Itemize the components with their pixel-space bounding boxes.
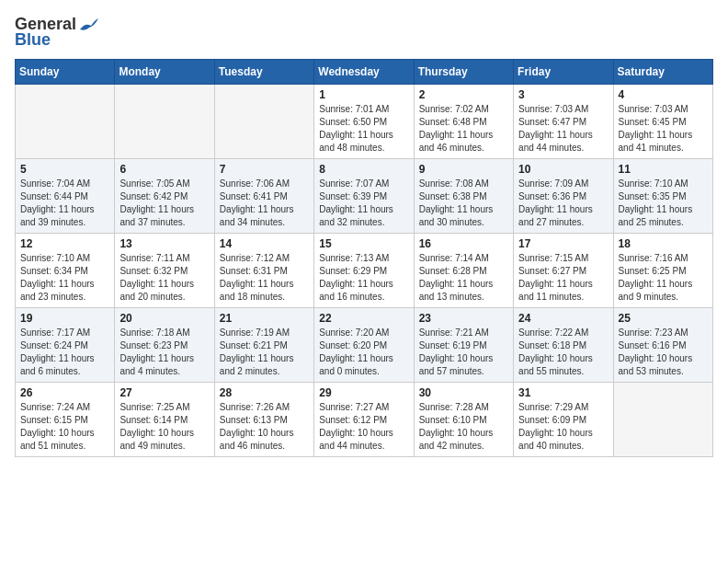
cell-info-text: Sunrise: 7:05 AM Sunset: 6:42 PM Dayligh… <box>119 178 209 229</box>
calendar-cell: 6Sunrise: 7:05 AM Sunset: 6:42 PM Daylig… <box>115 159 214 234</box>
cell-date-number: 16 <box>419 237 508 250</box>
calendar-cell: 21Sunrise: 7:19 AM Sunset: 6:21 PM Dayli… <box>214 308 313 383</box>
calendar-cell <box>214 85 313 159</box>
calendar-week-row: 5Sunrise: 7:04 AM Sunset: 6:44 PM Daylig… <box>16 159 713 234</box>
cell-date-number: 18 <box>619 237 708 250</box>
cell-date-number: 11 <box>619 163 708 176</box>
cell-info-text: Sunrise: 7:28 AM Sunset: 6:10 PM Dayligh… <box>419 401 508 453</box>
cell-date-number: 7 <box>220 163 309 176</box>
calendar-week-row: 26Sunrise: 7:24 AM Sunset: 6:15 PM Dayli… <box>16 383 713 457</box>
cell-info-text: Sunrise: 7:12 AM Sunset: 6:31 PM Dayligh… <box>220 252 309 304</box>
cell-info-text: Sunrise: 7:08 AM Sunset: 6:38 PM Dayligh… <box>419 178 508 229</box>
calendar-cell: 24Sunrise: 7:22 AM Sunset: 6:18 PM Dayli… <box>514 308 613 383</box>
cell-info-text: Sunrise: 7:03 AM Sunset: 6:47 PM Dayligh… <box>518 103 608 155</box>
cell-date-number: 28 <box>220 386 309 399</box>
calendar-cell: 12Sunrise: 7:10 AM Sunset: 6:34 PM Dayli… <box>16 234 115 308</box>
cell-date-number: 17 <box>518 237 608 250</box>
day-header-friday: Friday <box>514 60 613 85</box>
calendar-cell: 4Sunrise: 7:03 AM Sunset: 6:45 PM Daylig… <box>613 85 712 159</box>
day-header-thursday: Thursday <box>414 60 513 85</box>
cell-date-number: 20 <box>119 312 209 325</box>
cell-date-number: 22 <box>319 312 408 325</box>
cell-date-number: 5 <box>20 163 109 176</box>
cell-info-text: Sunrise: 7:23 AM Sunset: 6:16 PM Dayligh… <box>619 327 708 378</box>
cell-date-number: 21 <box>220 312 309 325</box>
cell-date-number: 9 <box>419 163 508 176</box>
calendar-cell: 13Sunrise: 7:11 AM Sunset: 6:32 PM Dayli… <box>115 234 214 308</box>
cell-info-text: Sunrise: 7:20 AM Sunset: 6:20 PM Dayligh… <box>319 327 408 378</box>
calendar-cell: 16Sunrise: 7:14 AM Sunset: 6:28 PM Dayli… <box>414 234 513 308</box>
cell-info-text: Sunrise: 7:11 AM Sunset: 6:32 PM Dayligh… <box>119 252 209 304</box>
calendar-cell: 31Sunrise: 7:29 AM Sunset: 6:09 PM Dayli… <box>514 383 613 457</box>
cell-info-text: Sunrise: 7:16 AM Sunset: 6:25 PM Dayligh… <box>619 252 708 304</box>
cell-info-text: Sunrise: 7:21 AM Sunset: 6:19 PM Dayligh… <box>419 327 508 378</box>
day-header-sunday: Sunday <box>16 60 115 85</box>
cell-date-number: 24 <box>518 312 608 325</box>
header: General Blue <box>15 15 713 50</box>
calendar-cell: 15Sunrise: 7:13 AM Sunset: 6:29 PM Dayli… <box>314 234 414 308</box>
cell-info-text: Sunrise: 7:24 AM Sunset: 6:15 PM Dayligh… <box>20 401 109 453</box>
cell-info-text: Sunrise: 7:01 AM Sunset: 6:50 PM Dayligh… <box>319 103 408 155</box>
cell-date-number: 15 <box>319 237 408 250</box>
calendar-week-row: 1Sunrise: 7:01 AM Sunset: 6:50 PM Daylig… <box>16 85 713 159</box>
calendar-cell: 5Sunrise: 7:04 AM Sunset: 6:44 PM Daylig… <box>16 159 115 234</box>
calendar-cell: 8Sunrise: 7:07 AM Sunset: 6:39 PM Daylig… <box>314 159 414 234</box>
calendar-cell: 26Sunrise: 7:24 AM Sunset: 6:15 PM Dayli… <box>16 383 115 457</box>
cell-date-number: 30 <box>419 386 508 399</box>
cell-date-number: 25 <box>619 312 708 325</box>
day-header-monday: Monday <box>115 60 214 85</box>
cell-date-number: 13 <box>119 237 209 250</box>
calendar-cell: 10Sunrise: 7:09 AM Sunset: 6:36 PM Dayli… <box>514 159 613 234</box>
calendar-cell: 19Sunrise: 7:17 AM Sunset: 6:24 PM Dayli… <box>16 308 115 383</box>
calendar-cell: 1Sunrise: 7:01 AM Sunset: 6:50 PM Daylig… <box>314 85 414 159</box>
calendar-cell: 23Sunrise: 7:21 AM Sunset: 6:19 PM Dayli… <box>414 308 513 383</box>
cell-info-text: Sunrise: 7:25 AM Sunset: 6:14 PM Dayligh… <box>119 401 209 453</box>
calendar-cell <box>115 85 214 159</box>
logo-bird-icon <box>78 17 98 33</box>
calendar-cell: 9Sunrise: 7:08 AM Sunset: 6:38 PM Daylig… <box>414 159 513 234</box>
cell-info-text: Sunrise: 7:09 AM Sunset: 6:36 PM Dayligh… <box>518 178 608 229</box>
cell-info-text: Sunrise: 7:29 AM Sunset: 6:09 PM Dayligh… <box>518 401 608 453</box>
calendar-cell: 28Sunrise: 7:26 AM Sunset: 6:13 PM Dayli… <box>214 383 313 457</box>
cell-date-number: 12 <box>20 237 109 250</box>
cell-date-number: 1 <box>319 88 408 101</box>
calendar-cell: 7Sunrise: 7:06 AM Sunset: 6:41 PM Daylig… <box>214 159 313 234</box>
cell-date-number: 26 <box>20 386 109 399</box>
cell-info-text: Sunrise: 7:19 AM Sunset: 6:21 PM Dayligh… <box>220 327 309 378</box>
cell-date-number: 27 <box>119 386 209 399</box>
calendar-cell: 30Sunrise: 7:28 AM Sunset: 6:10 PM Dayli… <box>414 383 513 457</box>
cell-date-number: 14 <box>220 237 309 250</box>
cell-info-text: Sunrise: 7:13 AM Sunset: 6:29 PM Dayligh… <box>319 252 408 304</box>
calendar-cell: 20Sunrise: 7:18 AM Sunset: 6:23 PM Dayli… <box>115 308 214 383</box>
calendar-cell: 11Sunrise: 7:10 AM Sunset: 6:35 PM Dayli… <box>613 159 712 234</box>
cell-info-text: Sunrise: 7:15 AM Sunset: 6:27 PM Dayligh… <box>518 252 608 304</box>
cell-date-number: 23 <box>419 312 508 325</box>
calendar-cell: 17Sunrise: 7:15 AM Sunset: 6:27 PM Dayli… <box>514 234 613 308</box>
cell-info-text: Sunrise: 7:06 AM Sunset: 6:41 PM Dayligh… <box>220 178 309 229</box>
calendar-cell: 22Sunrise: 7:20 AM Sunset: 6:20 PM Dayli… <box>314 308 414 383</box>
calendar-week-row: 12Sunrise: 7:10 AM Sunset: 6:34 PM Dayli… <box>16 234 713 308</box>
day-header-saturday: Saturday <box>613 60 712 85</box>
cell-date-number: 3 <box>518 88 608 101</box>
cell-date-number: 4 <box>619 88 708 101</box>
cell-date-number: 6 <box>119 163 209 176</box>
logo-blue-text: Blue <box>15 30 51 50</box>
cell-info-text: Sunrise: 7:07 AM Sunset: 6:39 PM Dayligh… <box>319 178 408 229</box>
calendar-cell: 14Sunrise: 7:12 AM Sunset: 6:31 PM Dayli… <box>214 234 313 308</box>
day-header-wednesday: Wednesday <box>314 60 414 85</box>
calendar-cell <box>613 383 712 457</box>
cell-info-text: Sunrise: 7:14 AM Sunset: 6:28 PM Dayligh… <box>419 252 508 304</box>
cell-date-number: 31 <box>518 386 608 399</box>
calendar-cell: 25Sunrise: 7:23 AM Sunset: 6:16 PM Dayli… <box>613 308 712 383</box>
cell-info-text: Sunrise: 7:18 AM Sunset: 6:23 PM Dayligh… <box>119 327 209 378</box>
cell-date-number: 19 <box>20 312 109 325</box>
cell-date-number: 2 <box>419 88 508 101</box>
cell-info-text: Sunrise: 7:17 AM Sunset: 6:24 PM Dayligh… <box>20 327 109 378</box>
cell-info-text: Sunrise: 7:27 AM Sunset: 6:12 PM Dayligh… <box>319 401 408 453</box>
calendar-cell: 27Sunrise: 7:25 AM Sunset: 6:14 PM Dayli… <box>115 383 214 457</box>
calendar-week-row: 19Sunrise: 7:17 AM Sunset: 6:24 PM Dayli… <box>16 308 713 383</box>
calendar-cell: 3Sunrise: 7:03 AM Sunset: 6:47 PM Daylig… <box>514 85 613 159</box>
logo: General Blue <box>15 15 98 50</box>
cell-info-text: Sunrise: 7:26 AM Sunset: 6:13 PM Dayligh… <box>220 401 309 453</box>
calendar-cell: 2Sunrise: 7:02 AM Sunset: 6:48 PM Daylig… <box>414 85 513 159</box>
